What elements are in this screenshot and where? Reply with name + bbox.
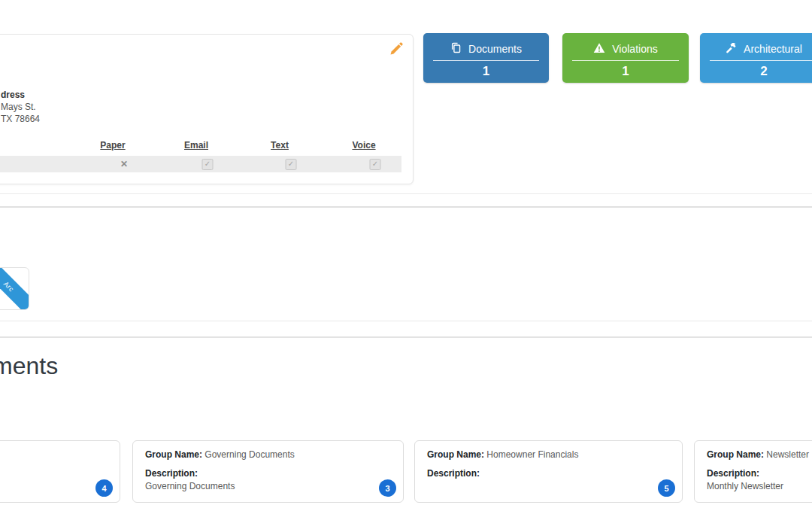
documents-stat-button[interactable]: Documents 1	[423, 33, 549, 83]
edit-pencil-icon[interactable]	[389, 41, 404, 56]
document-group-card[interactable]: Group Name: Governing Documents Descript…	[132, 440, 404, 503]
group-name-label: Group Name:	[145, 449, 202, 460]
document-group-card[interactable]: Group Name: Homeowner Financials Descrip…	[414, 440, 683, 503]
delivery-preference-headers: Paper Email Text Voice	[0, 140, 413, 154]
hammer-icon	[726, 42, 737, 56]
documents-label: Documents	[468, 43, 522, 55]
group-name-label: Group Name:	[707, 449, 764, 460]
description-value: Governing Documents	[145, 481, 391, 492]
column-header-email[interactable]: Email	[184, 140, 208, 151]
divider	[710, 60, 812, 61]
delivery-preference-row: ✕ ✓ ✓ ✓	[0, 156, 401, 172]
ribbon-label: Arc	[2, 280, 16, 294]
description-value: Monthly Newsletter	[707, 481, 812, 492]
section-divider	[0, 206, 812, 208]
section-divider	[0, 336, 812, 338]
violations-stat-button[interactable]: Violations 1	[562, 33, 689, 83]
section-divider	[0, 321, 812, 321]
documents-section-heading: ments	[0, 352, 58, 380]
column-header-text[interactable]: Text	[271, 140, 289, 151]
description-label: Description:	[707, 468, 759, 479]
address-line2: TX 78664	[1, 113, 40, 125]
profile-card: dress Mays St. TX 78664 Paper Email Text…	[0, 34, 414, 184]
column-header-voice[interactable]: Voice	[352, 140, 375, 151]
architectural-ribbon-card[interactable]: Arc	[0, 267, 29, 310]
address-line1: Mays St.	[1, 101, 40, 113]
group-count-badge: 5	[658, 479, 675, 497]
violations-label: Violations	[612, 43, 657, 55]
ribbon-band: Arc	[0, 267, 29, 310]
documents-icon	[450, 42, 462, 56]
documents-count: 1	[423, 64, 549, 79]
warning-icon	[593, 42, 605, 56]
group-name-label: Group Name:	[427, 449, 484, 460]
document-group-card[interactable]: 4	[0, 440, 120, 503]
description-label: Description:	[145, 468, 198, 479]
group-name-value: Newsletter	[766, 449, 809, 460]
group-count-badge: 3	[379, 479, 396, 497]
address-block: dress Mays St. TX 78664	[1, 89, 40, 125]
column-header-paper[interactable]: Paper	[100, 140, 125, 151]
divider	[572, 60, 679, 61]
description-label: Description:	[427, 468, 480, 479]
architectural-count: 2	[700, 64, 812, 79]
address-label: dress	[1, 89, 40, 101]
group-name-value: Governing Documents	[205, 449, 294, 460]
paper-x-mark: ✕	[120, 159, 128, 169]
architectural-stat-button[interactable]: Architectural 2	[700, 33, 812, 83]
architectural-label: Architectural	[744, 43, 802, 55]
text-checkbox: ✓	[286, 159, 297, 170]
section-divider	[0, 193, 812, 194]
document-group-card[interactable]: Group Name: Newsletter Description: Mont…	[694, 440, 812, 503]
group-count-badge: 4	[95, 479, 113, 497]
voice-checkbox: ✓	[370, 159, 381, 170]
divider	[433, 60, 539, 61]
violations-count: 1	[562, 64, 689, 79]
group-name-value: Homeowner Financials	[486, 449, 578, 460]
email-checkbox: ✓	[202, 159, 214, 170]
